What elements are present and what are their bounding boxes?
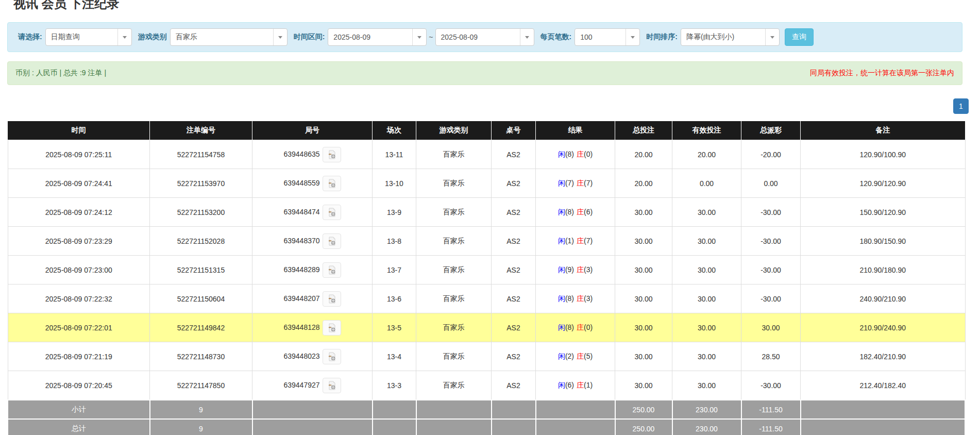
cell-session: 13-10	[373, 169, 416, 198]
cell-note: 120.90/100.90	[801, 140, 966, 169]
video-replay-button[interactable]	[323, 205, 341, 220]
cell-payout: 30.00	[741, 313, 801, 342]
query-type-select[interactable]: 日期查询	[45, 28, 132, 46]
currency-total-text: 币别 : 人民币 | 总共 :9 注单 |	[15, 69, 106, 78]
col-header-game: 游戏类别	[416, 121, 492, 140]
cell-valid-bet: 30.00	[672, 313, 741, 342]
cell-round-id: 639448289	[252, 256, 373, 285]
summary-count: 9	[150, 400, 252, 419]
video-replay-button[interactable]	[323, 320, 341, 336]
banker-result-label: 庄	[577, 150, 584, 158]
cell-session: 13-11	[373, 140, 416, 169]
cell-result: 闲(7)庄(7)	[536, 169, 615, 198]
cell-total-bet: 30.00	[615, 198, 672, 227]
cell-payout: 0.00	[741, 169, 801, 198]
cell-note: 180.90/150.90	[801, 227, 966, 256]
cell-table: AS2	[492, 169, 536, 198]
page-button-1[interactable]: 1	[953, 98, 969, 114]
cell-game: 百家乐	[416, 140, 492, 169]
page-size-select[interactable]: 100	[575, 28, 640, 46]
cell-bet-id: 522721147850	[150, 371, 252, 400]
video-replay-button[interactable]	[323, 262, 341, 278]
chevron-down-icon	[273, 29, 287, 45]
banker-result-value: (7)	[584, 237, 593, 245]
cell-round-id: 639448559	[252, 169, 373, 198]
cell-note: 150.90/120.90	[801, 198, 966, 227]
col-header-table: 桌号	[492, 121, 536, 140]
summary-valid-bet: 230.00	[672, 419, 741, 435]
banker-result-value: (0)	[584, 323, 593, 331]
search-button[interactable]: 查询	[785, 28, 814, 46]
banker-result-label: 庄	[577, 265, 584, 274]
round-id-text: 639448474	[283, 207, 319, 215]
table-row: 2025-08-09 07:25:11 522721154758 6394486…	[8, 140, 965, 169]
notice-text: 同局有效投注，统一计算在该局第一张注单内	[810, 69, 954, 78]
player-result-label: 闲	[558, 150, 565, 158]
col-header-session: 场次	[373, 121, 416, 140]
video-replay-button[interactable]	[323, 378, 341, 393]
video-file-icon	[327, 178, 337, 189]
cell-table: AS2	[492, 371, 536, 400]
query-type-label: 请选择:	[18, 32, 42, 42]
banker-result-label: 庄	[577, 323, 584, 331]
cell-payout: -20.00	[741, 140, 801, 169]
player-result-value: (8)	[565, 208, 574, 216]
banker-result-label: 庄	[577, 294, 584, 303]
cell-table: AS2	[492, 313, 536, 342]
table-row: 2025-08-09 07:22:32 522721150604 6394482…	[8, 285, 965, 313]
col-header-bet-id: 注单编号	[150, 121, 252, 140]
col-header-result: 结果	[536, 121, 615, 140]
cell-payout: -30.00	[741, 198, 801, 227]
video-file-icon	[327, 380, 337, 391]
cell-payout: 28.50	[741, 342, 801, 371]
video-file-icon	[327, 236, 337, 246]
cell-time: 2025-08-09 07:25:11	[8, 140, 150, 169]
video-replay-button[interactable]	[323, 349, 341, 364]
cell-round-id: 639448128	[252, 313, 373, 342]
time-sort-select[interactable]: 降幂(由大到小)	[681, 28, 780, 46]
cell-result: 闲(9)庄(3)	[536, 256, 615, 285]
cell-bet-id: 522721148730	[150, 342, 252, 371]
table-header-row: 时间 注单编号 局号 场次 游戏类别 桌号 结果 总投注 有效投注 总派彩 备注	[8, 121, 965, 140]
summary-valid-bet: 230.00	[672, 400, 741, 419]
chevron-down-icon	[117, 29, 131, 45]
cell-valid-bet: 30.00	[672, 371, 741, 400]
player-result-label: 闲	[558, 381, 565, 389]
video-file-icon	[327, 207, 337, 217]
cell-table: AS2	[492, 285, 536, 313]
cell-result: 闲(8)庄(3)	[536, 285, 615, 313]
cell-note: 212.40/182.40	[801, 371, 966, 400]
round-id-text: 639448207	[283, 294, 319, 302]
player-result-value: (9)	[565, 265, 574, 274]
cell-payout: -30.00	[741, 227, 801, 256]
player-result-label: 闲	[558, 208, 565, 216]
cell-game: 百家乐	[416, 169, 492, 198]
table-row: 2025-08-09 07:21:19 522721148730 6394480…	[8, 342, 965, 371]
cell-round-id: 639448370	[252, 227, 373, 256]
cell-round-id: 639447927	[252, 371, 373, 400]
video-file-icon	[327, 323, 337, 333]
date-to-select[interactable]: 2025-08-09	[435, 28, 534, 46]
cell-valid-bet: 30.00	[672, 227, 741, 256]
cell-time: 2025-08-09 07:24:12	[8, 198, 150, 227]
video-replay-button[interactable]	[323, 291, 341, 307]
range-tilde: ~	[429, 33, 433, 41]
video-replay-button[interactable]	[323, 147, 341, 162]
page-title: 视讯 会员 下注纪录	[13, 0, 980, 12]
cell-note: 120.90/120.90	[801, 169, 966, 198]
cell-table: AS2	[492, 342, 536, 371]
player-result-label: 闲	[558, 237, 565, 245]
cell-bet-id: 522721152028	[150, 227, 252, 256]
cell-table: AS2	[492, 227, 536, 256]
date-from-select[interactable]: 2025-08-09	[328, 28, 427, 46]
table-row: 2025-08-09 07:20:45 522721147850 6394479…	[8, 371, 965, 400]
banker-result-value: (5)	[584, 352, 593, 360]
video-replay-button[interactable]	[323, 233, 341, 249]
player-result-label: 闲	[558, 179, 565, 187]
game-category-select[interactable]: 百家乐	[170, 28, 288, 46]
table-row: 2025-08-09 07:23:00 522721151315 6394482…	[8, 256, 965, 285]
banker-result-value: (7)	[584, 179, 593, 187]
cell-result: 闲(8)庄(0)	[536, 313, 615, 342]
video-replay-button[interactable]	[323, 176, 341, 191]
chevron-down-icon	[626, 29, 639, 45]
